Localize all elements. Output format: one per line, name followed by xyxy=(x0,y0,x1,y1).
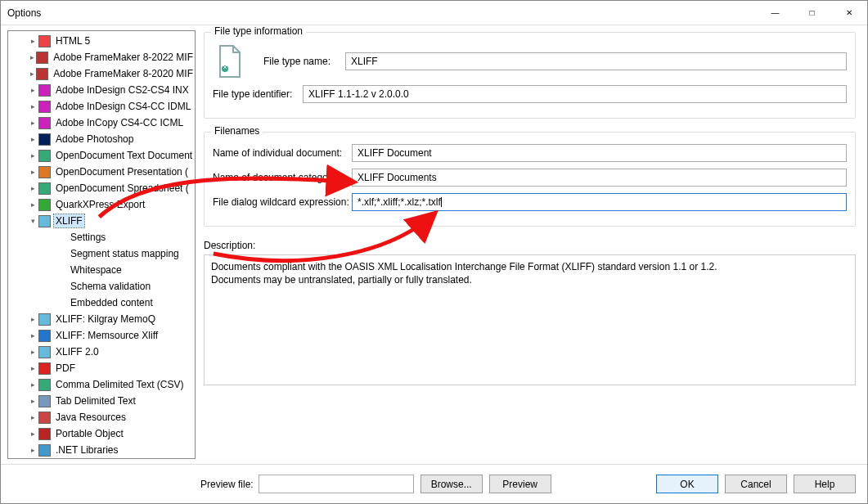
expand-arrow-icon[interactable]: ▸ xyxy=(28,119,38,127)
tree-item[interactable]: Segment status mapping xyxy=(8,245,195,262)
expand-arrow-icon[interactable]: ▸ xyxy=(28,135,38,143)
tree-item[interactable]: ▸XLIFF: Memsource Xliff xyxy=(8,327,195,344)
expand-arrow-icon[interactable]: ▸ xyxy=(28,446,38,454)
group-title: File type information xyxy=(211,25,306,37)
expand-arrow-icon[interactable]: ▸ xyxy=(28,70,36,78)
titlebar: Options — □ ✕ xyxy=(1,1,867,25)
tree-item[interactable]: ▸Comma Delimited Text (CSV) xyxy=(8,376,195,393)
expand-arrow-icon[interactable]: ▸ xyxy=(28,53,36,61)
icml-icon xyxy=(38,116,51,129)
tree-item-label: Settings xyxy=(69,231,107,244)
wildcard-label: File dialog wildcard expression: xyxy=(213,196,352,208)
expand-arrow-icon[interactable]: ▸ xyxy=(28,184,38,192)
java-icon xyxy=(38,411,51,424)
blank-icon xyxy=(52,247,65,260)
help-button[interactable]: Help xyxy=(794,475,856,493)
tree-item-label: Adobe InDesign CS2-CS4 INX xyxy=(54,83,191,97)
preview-button[interactable]: Preview xyxy=(489,475,551,493)
file-types-tree[interactable]: ▸HTML 5▸Adobe FrameMaker 8-2022 MIF▸Adob… xyxy=(7,30,196,459)
kilgray-icon xyxy=(38,313,51,326)
expand-arrow-icon[interactable]: ▸ xyxy=(28,315,38,323)
tree-item[interactable]: ▸Adobe Photoshop xyxy=(8,131,195,147)
doc-category-input[interactable]: XLIFF Documents xyxy=(352,169,847,187)
tree-item[interactable]: Whitespace xyxy=(8,262,195,278)
ps-icon xyxy=(38,133,51,146)
expand-arrow-icon[interactable]: ▸ xyxy=(28,331,38,340)
tree-item[interactable]: ▸PDF xyxy=(8,360,195,376)
expand-arrow-icon[interactable]: ▸ xyxy=(28,168,38,176)
tree-item-selected[interactable]: ▾XLIFF xyxy=(8,213,195,229)
file-type-name-label: File type name: xyxy=(263,56,345,67)
tree-item[interactable]: ▸.NET Libraries xyxy=(8,442,195,458)
blank-icon xyxy=(52,280,65,293)
expand-arrow-icon[interactable]: ▸ xyxy=(28,364,38,372)
tree-item-label: Adobe InCopy CS4-CC ICML xyxy=(54,116,185,129)
tree-item[interactable]: ▸HTML 5 xyxy=(8,33,195,49)
expand-arrow-icon[interactable]: ▸ xyxy=(28,200,38,209)
close-button[interactable]: ✕ xyxy=(830,1,867,25)
expand-arrow-icon[interactable]: ▸ xyxy=(28,348,38,356)
tree-item[interactable]: ▸XLIFF: Kilgray MemoQ xyxy=(8,311,195,327)
tree-item[interactable]: ▸Adobe FrameMaker 8-2020 MIF xyxy=(8,65,195,82)
expand-arrow-icon[interactable]: ▾ xyxy=(28,217,38,225)
odt-icon xyxy=(38,149,51,162)
tree-item[interactable]: ▸XLIFF 2.0 xyxy=(8,344,195,360)
tree-item[interactable]: Embedded content xyxy=(8,295,195,311)
idml-icon xyxy=(38,100,51,113)
tree-item[interactable]: ▸Tab Delimited Text xyxy=(8,393,195,409)
tree-item-label: Portable Object xyxy=(54,427,125,440)
tree-item-label: Tab Delimited Text xyxy=(54,394,137,407)
content-pane: File type information File type name: XL… xyxy=(196,25,867,464)
tree-item[interactable]: Schema validation xyxy=(8,278,195,295)
minimize-button[interactable]: — xyxy=(757,1,794,25)
expand-arrow-icon[interactable]: ▸ xyxy=(28,397,38,405)
tree-item-label: Adobe FrameMaker 8-2022 MIF xyxy=(52,51,195,64)
maximize-button[interactable]: □ xyxy=(794,1,830,25)
inx-icon xyxy=(38,83,51,97)
tree-item[interactable]: ▸Portable Object xyxy=(8,425,195,442)
tree-item-label: OpenDocument Text Document xyxy=(54,149,194,162)
tree-item[interactable]: ▸Adobe InCopy CS4-CC ICML xyxy=(8,115,195,131)
tree-item[interactable]: ▸Adobe FrameMaker 8-2022 MIF xyxy=(8,49,195,65)
tree-item[interactable]: ▸Adobe InDesign CS2-CS4 INX xyxy=(8,82,195,98)
file-type-id-value: XLIFF 1.1-1.2 v 2.0.0.0 xyxy=(303,85,847,103)
expand-arrow-icon[interactable]: ▸ xyxy=(28,413,38,421)
ok-button[interactable]: OK xyxy=(656,475,718,493)
tree-item[interactable]: ▸Adobe InDesign CS4-CC IDML xyxy=(8,98,195,115)
expand-arrow-icon[interactable]: ▸ xyxy=(28,86,38,94)
tree-item[interactable]: ▸OpenDocument Text Document xyxy=(8,147,195,164)
tree-item-label: .NET Libraries xyxy=(54,443,119,457)
browse-button[interactable]: Browse... xyxy=(421,475,483,493)
tree-item[interactable]: ▸OpenDocument Presentation ( xyxy=(8,164,195,180)
expand-arrow-icon[interactable]: ▸ xyxy=(28,430,38,438)
preview-file-input[interactable] xyxy=(259,475,414,493)
window-title: Options xyxy=(7,7,757,19)
tree-item-label: XLIFF xyxy=(54,214,84,227)
tree-item-label: HTML 5 xyxy=(54,34,92,47)
expand-arrow-icon[interactable]: ▸ xyxy=(28,37,38,45)
svg-point-0 xyxy=(222,65,228,72)
tree-item[interactable]: Settings xyxy=(8,229,195,245)
tree-item[interactable]: ▸Java Resources xyxy=(8,409,195,425)
tree-item[interactable]: ▸QuarkXPress Export xyxy=(8,196,195,213)
tree-item-label: XLIFF 2.0 xyxy=(54,345,101,358)
individual-doc-input[interactable]: XLIFF Document xyxy=(352,144,847,162)
description-line: Documents may be untranslated, partially… xyxy=(211,273,848,286)
xliff-icon xyxy=(38,214,51,227)
cancel-button[interactable]: Cancel xyxy=(725,475,787,493)
expand-arrow-icon[interactable]: ▸ xyxy=(28,380,38,389)
tree-item[interactable]: ▸OpenDocument Spreadsheet ( xyxy=(8,180,195,196)
expand-arrow-icon[interactable]: ▸ xyxy=(28,151,38,160)
file-type-info-group: File type information File type name: XL… xyxy=(204,32,856,119)
blank-icon xyxy=(52,263,65,277)
qxp-icon xyxy=(38,198,51,211)
tree-item-label: Whitespace xyxy=(69,263,124,277)
csv-icon xyxy=(38,378,51,391)
wildcard-input[interactable]: *.xlf;*.xliff;*.xlz;*.txlf xyxy=(352,193,847,211)
odp-icon xyxy=(38,165,51,178)
tree-item-label: OpenDocument Spreadsheet ( xyxy=(54,182,191,195)
po-icon xyxy=(38,427,51,440)
tree-item-label: Java Resources xyxy=(54,411,128,424)
expand-arrow-icon[interactable]: ▸ xyxy=(28,102,38,110)
dialog-footer: Preview file: Browse... Preview OK Cance… xyxy=(1,464,867,503)
